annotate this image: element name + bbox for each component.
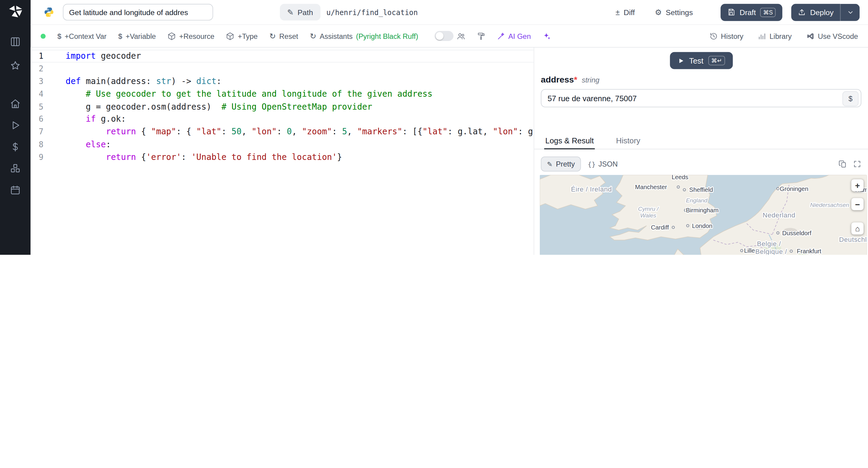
code-line[interactable]: 1import geocoder: [31, 50, 534, 62]
svg-text:Belgie /: Belgie /: [757, 240, 781, 247]
variable-label: +Variable: [126, 32, 156, 40]
use-vscode-label: Use VScode: [818, 32, 858, 40]
run-panel: Test ⌘↵ address* string $ Logs & Result …: [534, 47, 868, 255]
refresh-icon: ↻: [270, 32, 276, 40]
editor-toolbar: $ +Context Var $ +Variable +Resource +Ty…: [31, 25, 868, 47]
svg-text:Leeds: Leeds: [672, 175, 688, 180]
svg-text:Lille: Lille: [744, 247, 755, 254]
svg-text:Belgique /: Belgique /: [755, 248, 787, 255]
tab-logs-result[interactable]: Logs & Result: [544, 133, 595, 149]
code-line[interactable]: 8 else:: [31, 138, 534, 151]
reset-label: Reset: [279, 32, 298, 40]
svg-text:London: London: [692, 223, 712, 229]
use-vscode-button[interactable]: Use VScode: [806, 32, 858, 40]
diff-label: Diff: [624, 8, 635, 16]
ai-gen-button[interactable]: AI Gen: [497, 32, 531, 40]
add-context-var-button[interactable]: $ +Context Var: [57, 32, 106, 40]
expand-icon[interactable]: [853, 160, 861, 168]
home-icon[interactable]: [10, 98, 21, 109]
resources-boxes-icon[interactable]: [10, 163, 21, 174]
path-label: Path: [298, 8, 313, 16]
argument-type: string: [582, 76, 599, 84]
code-line[interactable]: 2: [31, 62, 534, 75]
history-button[interactable]: History: [709, 32, 743, 40]
svg-text:Nederland: Nederland: [763, 211, 795, 219]
schedules-calendar-icon[interactable]: [10, 185, 21, 196]
tab-history[interactable]: History: [615, 133, 641, 149]
code-line[interactable]: 4 # Use geocoder to get the latitude and…: [31, 88, 534, 100]
assistants-button[interactable]: ↻ Assistants (Pyright Black Ruff): [310, 32, 418, 40]
code-line[interactable]: 5 g = geocoder.osm(address) # Using Open…: [31, 101, 534, 113]
script-name-input[interactable]: [63, 4, 213, 21]
favorites-star-icon[interactable]: [10, 60, 21, 71]
svg-text:Niedersachsen: Niedersachsen: [810, 202, 849, 208]
variables-dollar-icon[interactable]: [10, 141, 21, 152]
draft-button[interactable]: Draft ⌘S: [721, 4, 782, 21]
diff-button[interactable]: ± Diff: [610, 3, 641, 21]
json-label: JSON: [598, 160, 618, 168]
path-edit-button[interactable]: ✎ Path: [280, 4, 320, 21]
type-box-icon: [226, 32, 235, 40]
ai-sparkles-button[interactable]: [542, 32, 551, 40]
package-icon: [167, 32, 176, 40]
format-button[interactable]: [476, 32, 485, 40]
pretty-view-button[interactable]: ✎ Pretty: [541, 157, 581, 172]
add-variable-button[interactable]: $ +Variable: [118, 32, 156, 40]
pretty-label: Pretty: [556, 160, 575, 168]
test-button[interactable]: Test ⌘↵: [670, 52, 733, 69]
code-line[interactable]: 7 return { "map": { "lat": 50, "lon": 0,…: [31, 126, 534, 138]
svg-text:England: England: [686, 197, 708, 204]
library-button[interactable]: Library: [758, 32, 792, 40]
ai-gen-label: AI Gen: [508, 32, 531, 40]
svg-text:Wales: Wales: [640, 212, 656, 219]
topbar: ✎ Path u/henri/find_location ± Diff ⚙ Se…: [31, 0, 868, 25]
insert-variable-button[interactable]: $: [842, 91, 859, 106]
windmill-logo-icon[interactable]: [7, 4, 23, 20]
deploy-split-button: Deploy: [791, 4, 860, 21]
assistants-status: (Pyright Black Ruff): [356, 32, 418, 40]
code-editor[interactable]: 1import geocoder23def main(address: str)…: [31, 47, 534, 255]
code-line[interactable]: 3def main(address: str) -> dict:: [31, 75, 534, 88]
settings-label: Settings: [666, 8, 693, 16]
reset-button[interactable]: ↻ Reset: [270, 32, 298, 40]
svg-text:Manchester: Manchester: [635, 184, 667, 190]
json-view-button[interactable]: {} JSON: [588, 160, 618, 168]
context-var-label: +Context Var: [65, 32, 107, 40]
dollar-icon: $: [57, 32, 61, 40]
result-view-toolbar: ✎ Pretty {} JSON: [541, 157, 861, 172]
code-lines: 1import geocoder23def main(address: str)…: [31, 50, 534, 164]
vscode-icon: [806, 32, 815, 40]
svg-text:Dusseldorf: Dusseldorf: [782, 230, 811, 236]
svg-text:Cardiff: Cardiff: [651, 224, 669, 231]
status-dot: [41, 33, 46, 38]
chevron-down-icon: [846, 8, 854, 16]
copy-icon[interactable]: [838, 160, 847, 168]
svg-text:Sheffield: Sheffield: [689, 187, 713, 193]
svg-text:Birmingham: Birmingham: [686, 207, 718, 213]
deploy-upload-icon: [798, 8, 806, 16]
pen-icon: ✎: [547, 161, 553, 167]
settings-button[interactable]: ⚙ Settings: [649, 3, 698, 21]
deploy-button[interactable]: Deploy: [791, 4, 840, 21]
zoom-in-button[interactable]: +: [851, 179, 864, 191]
deploy-dropdown-button[interactable]: [840, 4, 860, 21]
code-line[interactable]: 6 if g.ok:: [31, 113, 534, 126]
zoom-out-button[interactable]: −: [851, 198, 864, 210]
address-input[interactable]: [541, 89, 861, 107]
result-tabs: Logs & Result History: [534, 133, 868, 149]
runs-play-icon[interactable]: [10, 120, 21, 131]
path-group: ✎ Path u/henri/find_location: [280, 4, 418, 21]
map-controls: + − ⌂: [851, 179, 864, 241]
test-label: Test: [689, 56, 704, 65]
svg-text:Éire / Ireland: Éire / Ireland: [571, 186, 612, 193]
multiplayer-toggle[interactable]: [434, 31, 453, 41]
recenter-home-button[interactable]: ⌂: [851, 222, 864, 234]
panels-icon[interactable]: [10, 36, 21, 47]
script-path: u/henri/find_location: [327, 8, 418, 16]
add-type-button[interactable]: +Type: [226, 32, 258, 40]
assistants-label: Assistants: [320, 32, 352, 40]
code-line[interactable]: 9 return {'error': 'Unable to find the l…: [31, 151, 534, 164]
result-map[interactable]: LeedsÉire / IrelandManchesterSheffieldGr…: [540, 175, 867, 255]
add-resource-button[interactable]: +Resource: [167, 32, 215, 40]
resource-label: +Resource: [179, 32, 215, 40]
